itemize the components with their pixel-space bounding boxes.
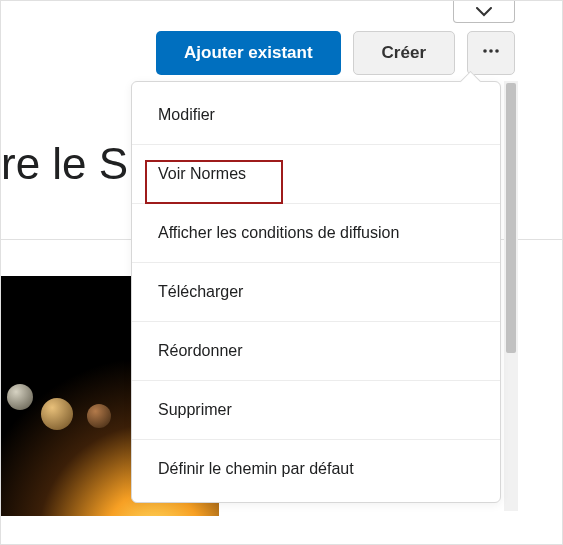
page-title: re le S (1, 139, 128, 189)
create-button[interactable]: Créer (353, 31, 455, 75)
dropdown-scrollbar-track[interactable] (504, 81, 518, 511)
more-actions-menu: Modifier Voir Normes Afficher les condit… (131, 81, 501, 503)
action-toolbar: Ajouter existant Créer (156, 31, 515, 75)
planet-icon (87, 404, 111, 428)
svg-point-1 (489, 49, 493, 53)
svg-point-2 (495, 49, 499, 53)
ellipsis-icon (481, 41, 501, 66)
menu-item-download[interactable]: Télécharger (132, 263, 500, 322)
menu-item-reorder[interactable]: Réordonner (132, 322, 500, 381)
dropdown-scrollbar-thumb[interactable] (506, 83, 516, 353)
more-actions-button[interactable] (467, 31, 515, 75)
menu-item-modify[interactable]: Modifier (132, 82, 500, 145)
menu-item-view-standards[interactable]: Voir Normes (132, 145, 500, 204)
collapse-toggle[interactable] (453, 1, 515, 23)
menu-item-release-conditions[interactable]: Afficher les conditions de diffusion (132, 204, 500, 263)
chevron-down-icon (476, 3, 492, 21)
add-existing-button[interactable]: Ajouter existant (156, 31, 340, 75)
planet-icon (41, 398, 73, 430)
menu-item-default-path[interactable]: Définir le chemin par défaut (132, 440, 500, 502)
menu-item-delete[interactable]: Supprimer (132, 381, 500, 440)
svg-point-0 (483, 49, 487, 53)
planet-icon (7, 384, 33, 410)
